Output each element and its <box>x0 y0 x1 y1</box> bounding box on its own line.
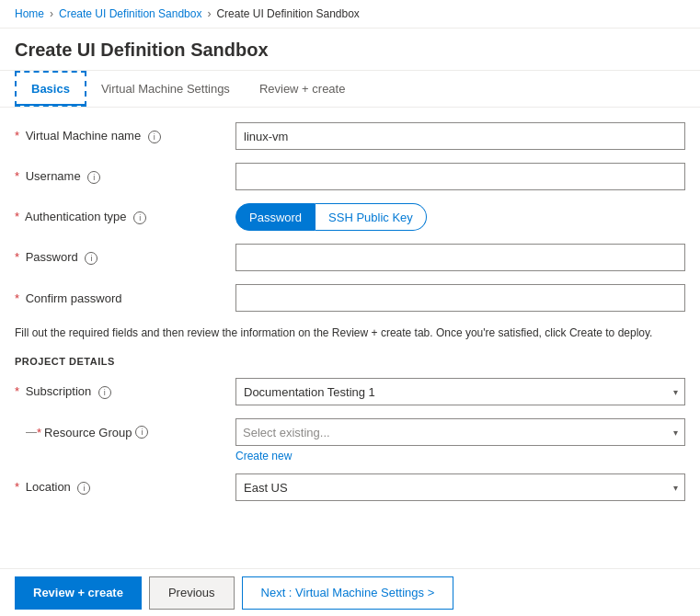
page-title: Create UI Definition Sandbox <box>0 29 700 71</box>
location-info-icon[interactable]: i <box>77 482 90 495</box>
auth-type-group: Password SSH Public Key <box>235 203 427 231</box>
password-input[interactable] <box>235 244 685 271</box>
breadcrumb-current: Create UI Definition Sandbox <box>216 7 359 20</box>
project-details-header: PROJECT DETAILS <box>15 356 685 367</box>
next-button[interactable]: Next : Virtual Machine Settings > <box>242 576 454 610</box>
auth-type-row: * Authentication type i Password SSH Pub… <box>15 203 685 231</box>
required-star-username: * <box>15 169 19 183</box>
auth-ssh-btn[interactable]: SSH Public Key <box>316 203 427 231</box>
footer: Review + create Previous Next : Virtual … <box>0 568 700 616</box>
subscription-info-icon[interactable]: i <box>98 386 111 399</box>
required-star-loc: * <box>15 480 19 494</box>
vm-name-label: * Virtual Machine name i <box>15 129 235 143</box>
auth-type-label: * Authentication type i <box>15 210 235 224</box>
main-content: * Virtual Machine name i * Username i * … <box>0 108 700 501</box>
subscription-row: * Subscription i Documentation Testing 1… <box>15 378 685 405</box>
username-input[interactable] <box>235 163 685 190</box>
breadcrumb-parent[interactable]: Create UI Definition Sandbox <box>59 7 201 20</box>
fill-note: Fill out the required fields and then re… <box>15 325 685 341</box>
location-select[interactable]: East US <box>235 473 685 501</box>
confirm-password-input[interactable] <box>235 284 685 312</box>
rg-indent: * Resource Group i <box>15 426 235 439</box>
rg-info-icon[interactable]: i <box>135 426 148 439</box>
review-create-button[interactable]: Review + create <box>15 576 142 610</box>
breadcrumb-sep-2: › <box>207 7 211 20</box>
vm-name-info-icon[interactable]: i <box>148 131 161 143</box>
page-wrapper: Home › Create UI Definition Sandbox › Cr… <box>0 0 700 616</box>
rg-select[interactable] <box>235 418 685 446</box>
tab-review-create[interactable]: Review + create <box>245 71 361 107</box>
vm-name-row: * Virtual Machine name i <box>15 122 685 150</box>
subscription-label: * Subscription i <box>15 384 235 399</box>
auth-password-btn[interactable]: Password <box>235 203 316 231</box>
rg-select-wrapper: ▾ Select existing... <box>235 418 685 446</box>
required-star-rg: * <box>37 426 41 439</box>
required-star-password: * <box>15 250 19 264</box>
resource-group-row: * Resource Group i ▾ Select existing... <box>15 418 685 446</box>
username-info-icon[interactable]: i <box>87 171 100 184</box>
location-label: * Location i <box>15 480 235 495</box>
username-label: * Username i <box>15 169 235 184</box>
previous-button[interactable]: Previous <box>149 576 235 610</box>
vm-name-input[interactable] <box>235 122 685 150</box>
username-row: * Username i <box>15 163 685 190</box>
required-star: * <box>15 129 19 143</box>
confirm-password-row: * Confirm password <box>15 284 685 312</box>
password-row: * Password i <box>15 244 685 271</box>
required-star-confirm: * <box>15 291 19 305</box>
password-label: * Password i <box>15 250 235 265</box>
location-select-wrapper: East US ▾ <box>235 473 685 501</box>
breadcrumb-home[interactable]: Home <box>15 7 44 20</box>
create-new-link[interactable]: Create new <box>235 450 685 462</box>
location-row: * Location i East US ▾ <box>15 473 685 501</box>
confirm-password-label: * Confirm password <box>15 291 235 305</box>
breadcrumb: Home › Create UI Definition Sandbox › Cr… <box>0 0 700 29</box>
subscription-select-wrapper: Documentation Testing 1 ▾ <box>235 378 685 405</box>
required-star-auth: * <box>15 210 19 223</box>
tab-bar: Basics Virtual Machine Settings Review +… <box>0 71 700 108</box>
required-star-sub: * <box>15 384 19 398</box>
password-info-icon[interactable]: i <box>85 252 98 265</box>
tab-basics[interactable]: Basics <box>15 71 86 107</box>
breadcrumb-sep-1: › <box>50 7 53 20</box>
auth-type-info-icon[interactable]: i <box>133 211 146 224</box>
subscription-select[interactable]: Documentation Testing 1 <box>235 378 685 405</box>
tab-vm-settings[interactable]: Virtual Machine Settings <box>86 71 245 107</box>
